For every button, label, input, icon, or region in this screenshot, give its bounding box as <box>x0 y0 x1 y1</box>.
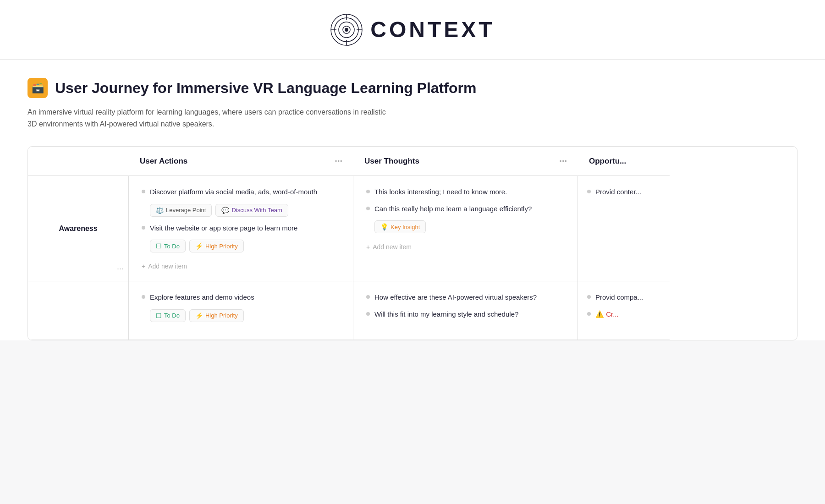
logo-icon <box>330 13 363 46</box>
bullet-dot <box>366 190 370 193</box>
list-item: Provid compa... <box>587 292 660 303</box>
tag-high-priority-1[interactable]: ⚡ High Priority <box>189 240 244 252</box>
logo-area: CONTEXT <box>330 13 495 46</box>
add-new-item-actions-1[interactable]: + Add new item <box>142 259 340 270</box>
logo-text: CONTEXT <box>370 17 495 42</box>
col-header-stage <box>28 147 129 176</box>
tags-row-2: ☐ To Do ⚡ High Priority <box>150 240 340 252</box>
opportu-text-row2-1: Provid compa... <box>595 292 643 303</box>
tags-row-1: ⚖️ Leverage Point 💬 Discuss With Team <box>150 204 340 217</box>
lightning-icon: ⚡ <box>195 242 203 250</box>
thought-text-1: This looks interesting; I need to know m… <box>374 187 507 197</box>
list-item: Will this fit into my learning style and… <box>366 309 565 320</box>
thought-text-2: Can this really help me learn a language… <box>374 204 532 214</box>
list-item: How effective are these AI-powered virtu… <box>366 292 565 303</box>
list-item: This looks interesting; I need to know m… <box>366 187 565 197</box>
opportu-text-row2-2: ⚠️ Cr... <box>595 309 619 320</box>
tag-high-priority-2[interactable]: ⚡ High Priority <box>189 309 244 322</box>
list-item: Provid conter... <box>587 187 660 197</box>
actions-cell-row2: Explore features and demo videos ☐ To Do… <box>129 281 353 340</box>
action-text-1: Discover platform via social media, ads,… <box>150 187 317 197</box>
tag-discuss-team[interactable]: 💬 Discuss With Team <box>215 204 288 217</box>
action-text-2: Visit the website or app store page to l… <box>150 223 297 234</box>
list-item: Visit the website or app store page to l… <box>142 223 340 234</box>
table-grid: User Actions ··· User Thoughts ··· Oppor… <box>28 147 797 340</box>
main-content: 🗃️ User Journey for Immersive VR Languag… <box>0 60 825 340</box>
tags-row-insight: 💡 Key Insight <box>374 220 565 233</box>
bullet-dot <box>366 295 370 299</box>
actions-cell-awareness: Discover platform via social media, ads,… <box>129 176 353 281</box>
col-thoughts-menu[interactable]: ··· <box>559 156 567 166</box>
bullet-dot <box>587 190 591 193</box>
page-description: An immersive virtual reality platform fo… <box>28 106 394 130</box>
thought-text-row2-1: How effective are these AI-powered virtu… <box>374 292 537 303</box>
row-label-awareness: Awareness ··· <box>28 176 129 281</box>
row-awareness-menu[interactable]: ··· <box>117 264 124 274</box>
bullet-dot <box>142 226 145 230</box>
lightning-icon-2: ⚡ <box>195 312 203 319</box>
thoughts-cell-row2: How effective are these AI-powered virtu… <box>353 281 578 340</box>
journey-table: User Actions ··· User Thoughts ··· Oppor… <box>28 146 798 340</box>
lightbulb-icon: 💡 <box>380 223 388 230</box>
col-header-actions: User Actions ··· <box>129 147 353 176</box>
scale-icon: ⚖️ <box>156 207 164 214</box>
bullet-dot <box>587 312 591 316</box>
checkbox-icon: ☐ <box>156 242 162 250</box>
bullet-dot <box>366 207 370 210</box>
action-text-row2-1: Explore features and demo videos <box>150 292 254 303</box>
bullet-dot <box>366 312 370 316</box>
tag-todo-2[interactable]: ☐ To Do <box>150 309 186 322</box>
page-title: User Journey for Immersive VR Language L… <box>55 80 476 97</box>
list-item: Can this really help me learn a language… <box>366 204 565 214</box>
tag-leverage-point[interactable]: ⚖️ Leverage Point <box>150 204 212 217</box>
tags-row-row2-1: ☐ To Do ⚡ High Priority <box>150 309 340 322</box>
row-label-empty <box>28 281 129 340</box>
thought-text-row2-2: Will this fit into my learning style and… <box>374 309 518 320</box>
opportu-cell-awareness: Provid conter... <box>578 176 670 281</box>
add-new-item-thoughts-1[interactable]: + Add new item <box>366 240 565 251</box>
list-item: Explore features and demo videos <box>142 292 340 303</box>
title-icon: 🗃️ <box>28 78 48 98</box>
tag-key-insight[interactable]: 💡 Key Insight <box>374 220 426 233</box>
thoughts-cell-awareness: This looks interesting; I need to know m… <box>353 176 578 281</box>
list-item: Discover platform via social media, ads,… <box>142 187 340 197</box>
col-header-thoughts: User Thoughts ··· <box>353 147 578 176</box>
bullet-dot <box>142 295 145 299</box>
chat-icon: 💬 <box>221 207 229 214</box>
col-header-opportu: Opportu... <box>578 147 670 176</box>
opportu-text-1: Provid conter... <box>595 187 641 197</box>
col-actions-menu[interactable]: ··· <box>335 156 342 166</box>
bullet-dot <box>142 190 145 193</box>
page-title-row: 🗃️ User Journey for Immersive VR Languag… <box>28 78 798 98</box>
svg-point-8 <box>345 28 348 32</box>
tag-todo-1[interactable]: ☐ To Do <box>150 240 186 252</box>
bullet-dot <box>587 295 591 299</box>
app-header: CONTEXT <box>0 0 825 60</box>
stage-label-awareness: Awareness <box>59 225 97 233</box>
list-item: ⚠️ Cr... <box>587 309 660 320</box>
opportu-cell-row2: Provid compa... ⚠️ Cr... <box>578 281 670 340</box>
checkbox-icon-2: ☐ <box>156 312 162 319</box>
